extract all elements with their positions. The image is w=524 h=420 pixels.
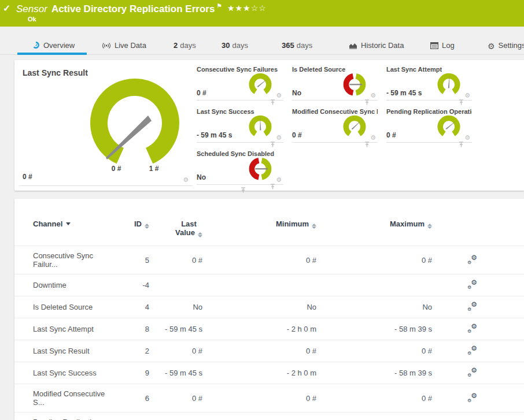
- panel-gear-icon[interactable]: ⚙: [183, 177, 189, 183]
- channel-settings-icon[interactable]: ⚙⚙: [467, 280, 477, 289]
- channel-last-value: - 59 m 45 s: [149, 362, 202, 384]
- main-gauge: 0 # 1 #: [77, 74, 193, 178]
- channel-name[interactable]: Consecutive Sync Failur...: [14, 246, 115, 274]
- small-gauges-grid: Consecutive Sync Failures 0 # ⚙ Is: [197, 64, 472, 185]
- panel-gear-icon[interactable]: ⚙: [464, 135, 470, 141]
- channel-minimum: 0 #: [202, 340, 316, 362]
- tab-log-label: Log: [442, 41, 455, 50]
- channel-settings-icon[interactable]: ⚙⚙: [467, 393, 477, 402]
- column-header-last-value[interactable]: Last Value: [149, 216, 202, 246]
- priority-flag-icon[interactable]: ⚑: [216, 2, 222, 9]
- tab-overview[interactable]: Overview: [32, 41, 75, 51]
- channel-minimum: - 2 h 0 m: [202, 362, 316, 384]
- channel-minimum: - 2 h 0 m: [202, 318, 316, 340]
- channel-last-value: 0 #: [149, 412, 202, 420]
- column-header-actions: [432, 216, 524, 246]
- channel-last-value: 0 #: [149, 246, 202, 274]
- tab-settings[interactable]: ⚙Settings: [488, 41, 524, 50]
- channels-card: Channel ID Last Value Minimum Maximum Co…: [14, 199, 524, 420]
- boolean-gauge: [340, 70, 370, 101]
- channel-maximum: 0 #: [316, 246, 432, 274]
- tab-365-days-number: 365: [282, 41, 294, 50]
- log-list-icon: [430, 42, 438, 51]
- small-gauge-panel: Pending Replication Operatio... 0 # ⚙: [386, 106, 472, 143]
- channel-row[interactable]: Consecutive Sync Failur... 5 0 # 0 # 0 #…: [14, 246, 524, 274]
- small-gauge: [434, 113, 464, 143]
- tab-2-days-word: days: [180, 41, 195, 50]
- priority-stars[interactable]: ★★★☆☆: [227, 3, 267, 13]
- small-gauge: [245, 113, 275, 143]
- tab-2-days-number: 2: [174, 41, 178, 50]
- main-gauge-panel: Last Sync Result 0 # 1 # 0 # ⚙: [19, 64, 193, 186]
- small-gauge-panel: Last Sync Attempt - 59 m 45 s ⚙: [386, 64, 472, 101]
- channel-row[interactable]: Modified Consecutive S... 6 0 # 0 # 0 # …: [14, 384, 524, 412]
- tab-log[interactable]: Log: [430, 41, 455, 51]
- channel-maximum: 0 #: [316, 384, 432, 412]
- channel-settings-icon[interactable]: ⚙⚙: [467, 302, 477, 311]
- tab-overview-label: Overview: [43, 41, 75, 50]
- channel-last-value: [149, 274, 202, 296]
- tab-365-days[interactable]: 365days: [282, 41, 312, 50]
- small-gauge-value: 0 #: [197, 89, 206, 97]
- channel-name[interactable]: Is Deleted Source: [14, 296, 115, 318]
- panel-gear-icon[interactable]: ⚙: [276, 92, 282, 99]
- small-gauge-value: - 59 m 45 s: [386, 89, 422, 97]
- tab-30-days[interactable]: 30days: [222, 41, 248, 50]
- column-header-maximum[interactable]: Maximum: [316, 216, 432, 246]
- channel-settings-icon[interactable]: ⚙⚙: [467, 345, 477, 355]
- object-kind-label: Sensor: [16, 3, 47, 14]
- channel-row[interactable]: Last Sync Attempt 8 - 59 m 45 s - 2 h 0 …: [14, 318, 524, 340]
- panel-gear-icon[interactable]: ⚙: [276, 177, 282, 183]
- channel-row[interactable]: Last Sync Success 9 - 59 m 45 s - 2 h 0 …: [14, 362, 524, 384]
- channel-name[interactable]: Last Sync Attempt: [14, 318, 115, 340]
- tab-2-days[interactable]: 2days: [174, 41, 196, 50]
- small-gauge-value: No: [292, 89, 301, 97]
- small-gauge-panel: Scheduled Sync Disabled No ⚙: [197, 148, 283, 185]
- channel-name[interactable]: Downtime: [14, 274, 115, 296]
- channel-last-value: 0 #: [149, 384, 202, 412]
- tab-settings-label: Settings: [499, 41, 524, 50]
- panel-gear-icon[interactable]: ⚙: [276, 135, 282, 141]
- column-header-id[interactable]: ID: [115, 216, 149, 246]
- channel-row[interactable]: Pending Replication Op... 7 0 # 0 # 1 # …: [14, 412, 524, 420]
- column-header-channel[interactable]: Channel: [14, 216, 115, 246]
- tab-live-data[interactable]: Live Data: [102, 41, 146, 51]
- channel-row[interactable]: Last Sync Result 2 0 # 0 # 0 # ⚙⚙: [14, 340, 524, 362]
- channel-settings-icon[interactable]: ⚙⚙: [467, 367, 477, 377]
- channel-row[interactable]: Is Deleted Source 4 No No No ⚙⚙: [14, 296, 524, 318]
- channel-settings-icon[interactable]: ⚙⚙: [467, 255, 477, 264]
- small-gauge-title: Is Deleted Source: [292, 66, 345, 73]
- channel-last-value: 0 #: [149, 340, 202, 362]
- tab-historic-data[interactable]: Historic Data: [349, 41, 404, 51]
- channel-id: 9: [115, 362, 149, 384]
- small-gauge-value: No: [197, 173, 206, 181]
- channel-id: 4: [115, 296, 149, 318]
- channel-settings-icon[interactable]: ⚙⚙: [467, 324, 477, 333]
- panel-gear-icon[interactable]: ⚙: [464, 92, 470, 99]
- sensor-status-banner: ✓ SensorActive Directory Replication Err…: [0, 0, 524, 27]
- channel-name[interactable]: Last Sync Success: [14, 362, 115, 384]
- channel-name[interactable]: Modified Consecutive S...: [14, 384, 115, 412]
- channel-name[interactable]: Pending Replication Op...: [14, 412, 115, 420]
- main-gauge-value: 0 #: [23, 173, 32, 181]
- active-tab-underline: [17, 53, 87, 55]
- channel-row[interactable]: Downtime -4 ⚙⚙: [14, 274, 524, 296]
- main-gauge-max-label: 1 #: [149, 165, 159, 173]
- tab-historic-data-label: Historic Data: [361, 41, 404, 50]
- column-header-minimum[interactable]: Minimum: [202, 216, 316, 246]
- small-gauge-panel: Last Sync Success - 59 m 45 s ⚙: [197, 106, 283, 143]
- small-gauge: [245, 70, 275, 101]
- panel-gear-icon[interactable]: ⚙: [370, 135, 376, 141]
- tab-live-data-label: Live Data: [115, 41, 146, 50]
- channel-maximum: 1 #: [316, 412, 432, 420]
- channel-minimum: 0 #: [202, 412, 316, 420]
- channel-minimum: No: [202, 296, 316, 318]
- small-gauge-value: 0 #: [386, 131, 396, 139]
- channel-name[interactable]: Last Sync Result: [14, 340, 115, 362]
- panel-gear-icon[interactable]: ⚙: [370, 92, 376, 99]
- channel-minimum: 0 #: [202, 246, 316, 274]
- channel-id: 8: [115, 318, 149, 340]
- small-gauge-value: 0 #: [292, 131, 302, 139]
- small-gauge-panel: Modified Consecutive Sync F... 0 # ⚙: [292, 106, 378, 143]
- channel-id: 7: [115, 412, 149, 420]
